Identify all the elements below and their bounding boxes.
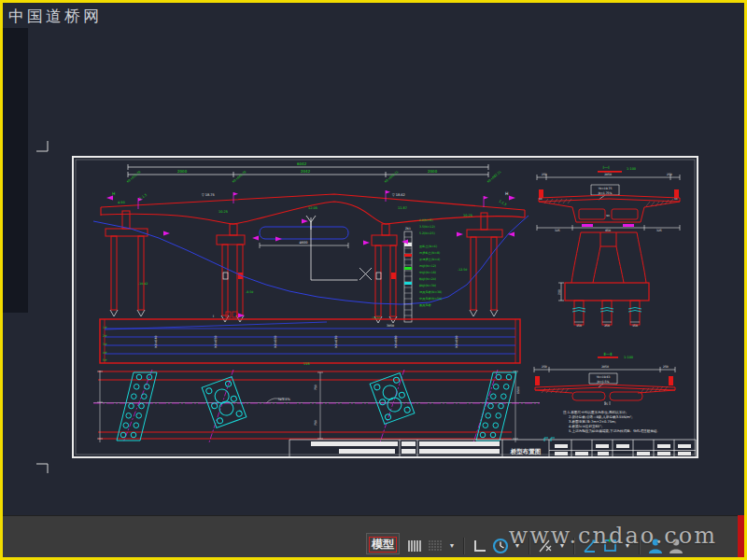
drawing-annotation: 12.05 [308, 206, 317, 210]
model-tab[interactable]: 模型 [366, 533, 400, 554]
isodraft-dropdown[interactable]: ▼ [512, 538, 523, 554]
drawing-annotation: 10.25 [463, 214, 472, 217]
polar-tracking-icon[interactable] [536, 537, 555, 554]
pier-pile-cap-1 [202, 377, 247, 428]
drawing-annotation: K0+060 [274, 336, 277, 348]
drawing-annotation: 3050 [387, 324, 394, 328]
drawing-annotation: 3# [103, 343, 107, 346]
drawing-annotation: 650 [605, 229, 611, 232]
drawing-annotation: K0+090 [455, 336, 458, 348]
drawing-annotation: 10 [674, 197, 678, 201]
osnap-tracking-icon[interactable] [581, 537, 599, 554]
drawing-annotation: 150 [576, 324, 582, 328]
drawing-annotation: 注:1.本图尺寸均以厘米为单位,高程以米计; [563, 410, 627, 414]
drawing-annotation: ▽ 18.75 [202, 193, 215, 197]
drawing-annotation: 2000 [428, 169, 438, 174]
osnap-icon[interactable] [601, 537, 620, 554]
separator [639, 538, 641, 554]
drawing-annotation: Jk=1.75% [598, 191, 613, 195]
drawing-annotation: 中砂(N=18) [419, 271, 436, 274]
pier-cross-section: Ⅰ—Ⅰ1:1002502050250Yk=19.75Jk=1.75%101090… [537, 165, 680, 328]
drawing-annotation: K0+062.21 [384, 170, 399, 184]
drawing-annotation: i=1.5% [278, 398, 290, 401]
printable-area-marks [36, 141, 48, 473]
drawing-annotation: 砾砂(N=30) [418, 284, 436, 287]
drawing-annotation: 10 [539, 197, 543, 201]
cad-drawing: 2000204220006042K0+021.79K0+041.79K0+062… [3, 3, 744, 515]
drawing-annotation: 10.25 [218, 210, 228, 214]
drawing-annotation: 4.0(N=8) [419, 218, 433, 222]
drawing-annotation: 250 [667, 173, 672, 176]
drawing-annotation: 强风化岩(N=38) [419, 290, 442, 294]
polar-dropdown[interactable]: ▼ [557, 538, 568, 554]
drawing-annotation: 3.5(N=12) [419, 225, 435, 229]
drawing-annotation: 75 [604, 402, 608, 406]
drawing-annotation: 中风化岩(N=50) [419, 297, 442, 301]
drawing-annotation: 粉质粘土(N=8) [419, 251, 440, 255]
drawing-annotation: 150 [632, 324, 638, 328]
elevation-annotations: 2000204220006042K0+021.79K0+041.79K0+062… [112, 161, 508, 328]
isodraft-icon[interactable] [491, 537, 510, 554]
workspace-user-icon[interactable] [667, 537, 685, 554]
drawing-annotation: Ⅰ [213, 315, 214, 318]
drawing-annotation: K0+050 [214, 336, 218, 348]
borehole-log [404, 231, 412, 322]
abutment-pile-cap-left [117, 372, 157, 441]
skew-axis-lines [123, 370, 498, 442]
drawing-annotation: 250 [663, 365, 669, 369]
drawing-annotation: 6042 [297, 161, 307, 166]
drawing-annotation: 淤泥质土(N=4) [419, 258, 440, 261]
pile-plan-annotations: i=1.5%7507501500 [278, 385, 520, 426]
drawing-annotation: 1:100 [624, 356, 633, 359]
drawing-annotation: 1500 [516, 386, 520, 394]
drawing-annotation: 90 [606, 214, 610, 217]
redacted-fields [311, 441, 691, 455]
pile-break-marks [572, 308, 641, 313]
drawing-annotation: K0+070 [334, 336, 338, 348]
drawing-annotation: 5# [103, 358, 107, 362]
grid-dropdown[interactable]: ▼ [446, 538, 458, 554]
app-window: 2000204220006042K0+021.79K0+041.79K0+062… [0, 0, 747, 560]
drawing-annotation: 4# [103, 351, 107, 355]
ortho-mode-icon[interactable] [471, 537, 489, 554]
drawing-annotation: 11.87 [398, 206, 407, 210]
drawing-annotation: 1# [103, 326, 107, 329]
drawing-annotation: 2.设计荷载:公路—Ⅱ级,人群荷载3.5kN/m²; [569, 414, 633, 419]
drawing-annotation: Yk=19.75 [599, 187, 613, 190]
drawing-annotation: 4.50 [118, 201, 125, 204]
status-toggle-cluster: 模型 ▼ ▼ ▼ [366, 533, 685, 554]
osnap-dropdown[interactable]: ▼ [622, 538, 633, 554]
drawing-annotation: 1:1.5 [138, 193, 148, 201]
drawing-annotation: 粉砂(N=12) [419, 264, 436, 268]
grid-display-icon[interactable] [426, 537, 444, 554]
drawing-annotation: -12.50 [458, 268, 467, 272]
drawing-canvas[interactable]: 2000204220006042K0+021.79K0+041.79K0+062… [3, 3, 744, 515]
separator [573, 538, 575, 554]
midspan-cross-section: Ⅱ—Ⅱ1:1002502050250Yk=19.63Jk=1.5%75 [534, 352, 675, 406]
pavement-hatch [544, 199, 673, 206]
drawing-annotation: 5.2(N=25) [419, 231, 435, 235]
snap-grid-icon[interactable] [405, 537, 424, 554]
drawing-annotation: 250 [542, 173, 547, 176]
drawing-annotation: 250 [542, 365, 547, 369]
frame-accent [738, 515, 744, 557]
pier-pile-cap-2 [370, 373, 415, 425]
drawing-annotation: K0+080 [394, 336, 398, 348]
drawing-annotation: 2042 [301, 169, 311, 174]
annotation-user-icon[interactable] [646, 537, 665, 554]
drawing-annotation: 1:100 [627, 167, 636, 171]
abutment-pile-cap-right [476, 372, 516, 441]
drawing-annotation: 4.桥梁与河道斜交60°; [569, 424, 602, 428]
pile-foundation-plan: i=1.5%7507501500 [93, 370, 540, 442]
drawing-annotation: ▽ 18.62 [392, 193, 405, 197]
drawing-annotation: 750 [314, 385, 317, 390]
drawing-annotation: 1:1.5 [498, 199, 507, 206]
drawing-annotation: Ⅱ—Ⅱ [604, 352, 613, 357]
drawing-annotation: Ⅰ—Ⅰ [602, 165, 609, 170]
drawing-annotation: 2000 [177, 169, 188, 174]
drawing-annotation: K0+082.21 [486, 170, 501, 184]
channel-outline [260, 227, 348, 239]
drawing-annotation: Jk=1.5% [597, 380, 610, 384]
girder-plan-view: 1#2#3#4#5#K0+040K0+050K0+060K0+070K0+080… [100, 312, 520, 366]
drawing-annotation: 2050 [601, 365, 609, 369]
